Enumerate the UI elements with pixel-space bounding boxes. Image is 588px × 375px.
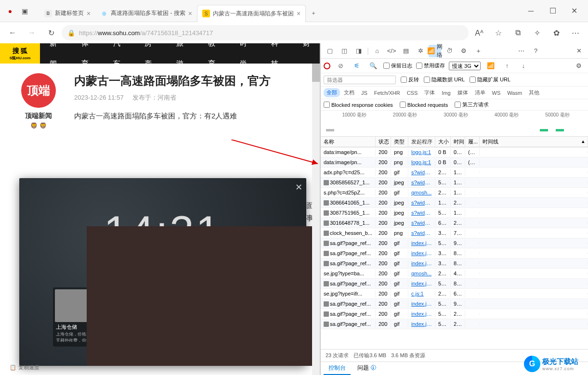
new-tab-button[interactable]: ＋: [306, 5, 321, 22]
type-filter[interactable]: JS: [358, 89, 370, 97]
gear-icon[interactable]: ⚙: [573, 60, 585, 72]
row-initiator[interactable]: index.js:1: [408, 300, 435, 308]
close-icon[interactable]: ×: [87, 10, 91, 17]
type-filter[interactable]: Wasm: [504, 89, 525, 97]
invert-checkbox[interactable]: 反转: [401, 76, 419, 83]
reader-icon[interactable]: Aᴬ: [470, 25, 488, 40]
row-initiator[interactable]: s?wid=...: [408, 179, 435, 186]
network-row[interactable]: clock_hessen_b...200pngs?wid=...3.4...73…: [321, 228, 588, 238]
sohu-nav-item[interactable]: 时尚: [230, 43, 262, 74]
row-initiator[interactable]: index.js:1: [408, 259, 435, 267]
network-row[interactable]: se.jpg?type=ifr...200gifc.js:129...62 ..…: [321, 289, 588, 299]
sohu-nav-item[interactable]: 科技: [261, 43, 293, 74]
network-row[interactable]: data:image/pn...200pnglogo.js:10 B0 ...(…: [321, 157, 588, 168]
col-name[interactable]: 名称: [321, 137, 376, 147]
network-row[interactable]: sa.gif?page_ref...200gifindex.js:133 B82…: [321, 248, 588, 259]
sources-icon[interactable]: ▤: [400, 45, 412, 57]
throttling-select[interactable]: 慢速 3G: [449, 62, 481, 70]
type-filter[interactable]: 文档: [341, 88, 357, 97]
dock-icon[interactable]: ◫: [338, 45, 351, 57]
search-icon[interactable]: 🔍: [367, 60, 379, 72]
sohu-nav-item[interactable]: 房产: [135, 43, 167, 74]
filter-toggle-icon[interactable]: ⚟: [351, 60, 363, 72]
hide-ext-checkbox[interactable]: 隐藏扩展 URL: [470, 76, 510, 83]
collections-icon[interactable]: ⧉: [509, 25, 526, 40]
clear-icon[interactable]: ⊘: [334, 60, 347, 72]
row-initiator[interactable]: s?wid=...: [408, 199, 435, 207]
row-initiator[interactable]: index.js:1: [408, 280, 435, 287]
menu-icon[interactable]: ●: [3, 4, 17, 18]
more-icon[interactable]: ⋯: [515, 45, 528, 57]
sohu-nav-item[interactable]: 教育: [198, 43, 230, 74]
row-initiator[interactable]: s?wid=...: [408, 209, 435, 217]
type-filter[interactable]: 清单: [472, 88, 488, 97]
media-avatar[interactable]: 顶端: [21, 73, 56, 108]
network-row[interactable]: 3086641065_1...200jpegs?wid=...18...22 .…: [321, 198, 588, 208]
back-button[interactable]: ←: [4, 25, 21, 40]
network-row[interactable]: data:image/pn...200pnglogo.js:10 B0 ...(…: [321, 147, 588, 157]
third-party-checkbox[interactable]: 第三方请求: [455, 101, 489, 108]
timeline-overview[interactable]: 10000 毫秒20000 毫秒30000 毫秒40000 毫秒50000 毫秒: [321, 111, 588, 137]
tab-2[interactable]: S 内蒙古一高速路面塌陷多车被困 ×: [197, 5, 306, 22]
sohu-nav-item[interactable]: 旅游: [167, 43, 198, 74]
filter-input[interactable]: [324, 76, 396, 84]
maximize-button[interactable]: ☐: [542, 3, 563, 19]
forward-button[interactable]: →: [23, 25, 40, 40]
col-status[interactable]: 状态: [376, 137, 391, 147]
type-filter[interactable]: 其他: [526, 88, 542, 97]
scrollbar[interactable]: [312, 64, 320, 375]
row-initiator[interactable]: s?wid=...: [408, 168, 435, 176]
row-initiator[interactable]: index.js:1: [408, 239, 435, 247]
network-row[interactable]: sa.gif?page_ref...200gifindex.js:154...9…: [321, 238, 588, 248]
network-row[interactable]: sa.gif?page_ref...200gifindex.js:153...9…: [321, 299, 588, 309]
url-input[interactable]: 🔒 https://www.sohu.com/a/747156318_12143…: [62, 25, 469, 40]
network-row[interactable]: se.jpg?type=ba...200gifqmosh...29...40 .…: [321, 269, 588, 279]
sohu-nav-item[interactable]: 体育: [72, 43, 104, 74]
media-name[interactable]: 顶端新闻: [25, 112, 52, 120]
network-row[interactable]: sa.gif?page_ref...200gifindex.js:154...8…: [321, 279, 588, 289]
network-row[interactable]: 3085856527_1...200jpegs?wid=...50...17 .…: [321, 178, 588, 188]
row-initiator[interactable]: qmosh...: [408, 189, 435, 196]
blocked-cookies-checkbox[interactable]: Blocked response cookies: [324, 102, 393, 108]
minimize-button[interactable]: ─: [520, 3, 542, 19]
network-row[interactable]: s.php?c=d25pZ...200gifqmosh...22...13...: [321, 188, 588, 198]
type-filter[interactable]: 媒体: [455, 88, 471, 97]
network-tab[interactable]: 📶网络: [429, 45, 441, 57]
row-initiator[interactable]: s?wid=...: [408, 229, 435, 237]
preserve-log-checkbox[interactable]: 保留日志: [383, 62, 412, 69]
col-fulfil[interactable]: 履...: [465, 137, 480, 147]
type-filter[interactable]: Fetch/XHR: [371, 89, 403, 97]
performance-icon[interactable]: ⏱: [443, 45, 456, 57]
tab-0[interactable]: 🗎 新建标签页 ×: [39, 5, 95, 22]
row-initiator[interactable]: qmosh...: [408, 270, 435, 277]
sohu-logo[interactable]: 搜 狐S狐HU.com: [0, 43, 40, 64]
tabs-icon[interactable]: ▣: [17, 4, 32, 18]
dock-side-icon[interactable]: ◨: [353, 45, 365, 57]
network-row[interactable]: 3087751965_1...200jpegs?wid=...50...17 .…: [321, 208, 588, 218]
type-filter[interactable]: Img: [439, 89, 453, 97]
devtools-close-icon[interactable]: ✕: [573, 45, 585, 57]
console-tab[interactable]: 控制台: [324, 362, 351, 375]
row-initiator[interactable]: c.js:1: [408, 290, 435, 297]
col-type[interactable]: 类型: [391, 137, 408, 147]
favorite-icon[interactable]: ☆: [490, 25, 507, 40]
more-icon[interactable]: ⋯: [567, 25, 584, 40]
row-initiator[interactable]: index.js:1: [408, 249, 435, 257]
download-icon[interactable]: ↓: [517, 60, 530, 72]
close-icon[interactable]: ×: [297, 10, 301, 17]
network-row[interactable]: sa.gif?page_ref...200gifindex.js:154...2…: [321, 319, 588, 329]
close-icon[interactable]: ×: [188, 10, 192, 17]
row-initiator[interactable]: s?wid=...: [408, 219, 435, 227]
row-initiator[interactable]: logo.js:1: [408, 158, 435, 166]
hide-data-checkbox[interactable]: 隐藏数据 URL: [424, 76, 465, 83]
settings-icon[interactable]: ⚙: [457, 45, 470, 57]
wifi-icon[interactable]: 📶: [484, 60, 497, 72]
row-initiator[interactable]: index.js:1: [408, 310, 435, 318]
type-filter[interactable]: 字体: [421, 88, 438, 97]
col-time[interactable]: 时间: [451, 137, 465, 147]
network-row[interactable]: adx.php?c=d25...200gifs?wid=...22...10..…: [321, 168, 588, 178]
welcome-icon[interactable]: ⌂: [371, 45, 383, 57]
device-icon[interactable]: ▢: [324, 45, 336, 57]
blocked-requests-checkbox[interactable]: Blocked requests: [400, 102, 448, 108]
row-initiator[interactable]: index.js:1: [408, 320, 435, 328]
